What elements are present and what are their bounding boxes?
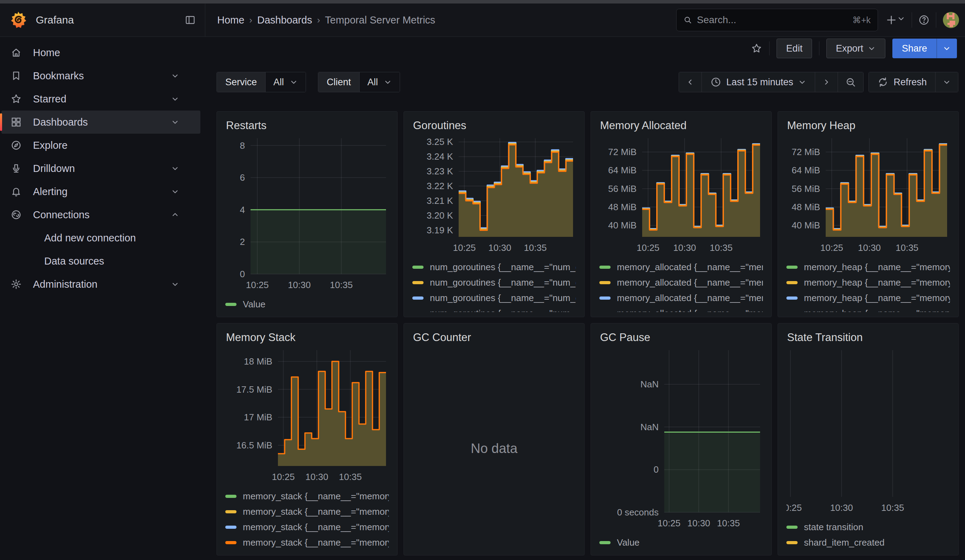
legend-item[interactable]: memory_stack {__name__="memory_s <box>225 504 389 519</box>
legend-swatch <box>225 541 237 544</box>
chart-gc-pause[interactable]: 0 seconds0NaNNaN10:2510:3010:35 <box>599 347 763 532</box>
sidebar-item-bookmarks[interactable]: Bookmarks <box>2 64 200 87</box>
export-button[interactable]: Export <box>826 39 885 58</box>
refresh-button[interactable]: Refresh <box>869 72 936 92</box>
time-controls: Last 15 minutes Refresh <box>679 72 958 92</box>
share-menu-button[interactable] <box>937 39 957 58</box>
legend-item[interactable]: memory_heap {__name__="memory_h <box>787 290 950 305</box>
legend-swatch <box>787 266 798 269</box>
legend-item[interactable]: memory_heap {__name__="memory_h <box>787 275 950 290</box>
panel-title[interactable]: Memory Stack <box>225 329 389 347</box>
breadcrumb-current: Temporal Server Metrics <box>325 15 435 26</box>
time-range-picker[interactable]: Last 15 minutes <box>702 72 816 92</box>
chevron-down-icon[interactable] <box>171 188 179 196</box>
chart-state-transition[interactable]: 10:2510:3010:35 <box>787 347 950 516</box>
legend-item[interactable]: memory_allocated {__name__="memo <box>599 275 763 290</box>
breadcrumb-home[interactable]: Home <box>217 15 244 26</box>
search-input[interactable]: Search... ⌘+k <box>676 9 878 31</box>
legend-swatch <box>787 526 798 529</box>
sidebar-item-label: Explore <box>33 140 191 151</box>
panel-title[interactable]: State Transition <box>787 329 950 347</box>
legend-item[interactable]: num_goroutines {__name__="num_go <box>412 305 576 312</box>
sidebar-item-label: Administration <box>33 279 171 290</box>
sidebar-item-drilldown[interactable]: Drilldown <box>2 157 200 180</box>
legend-swatch <box>225 526 237 529</box>
search-placeholder: Search... <box>697 15 847 26</box>
sidebar-item-label: Starred <box>33 93 171 105</box>
chevron-down-icon[interactable] <box>171 118 179 126</box>
legend-item[interactable]: memory_allocated {__name__="memo <box>599 290 763 305</box>
chevron-down-icon[interactable] <box>171 95 179 103</box>
sidebar-item-dashboards[interactable]: Dashboards <box>2 111 200 134</box>
legend-item[interactable]: Value <box>599 535 763 550</box>
legend-item[interactable]: num_goroutines {__name__="num_go <box>412 290 576 305</box>
legend-item[interactable]: memory_stack {__name__="memory_s <box>225 535 389 550</box>
panel-title[interactable]: Restarts <box>225 117 389 135</box>
time-forward-button[interactable] <box>815 72 838 92</box>
dock-menu-button[interactable] <box>185 15 196 26</box>
legend-item[interactable]: memory_allocated {__name__="memo <box>599 305 763 312</box>
user-avatar[interactable] <box>942 11 959 28</box>
service-filter-value[interactable]: All <box>266 72 306 92</box>
sidebar-item-starred[interactable]: Starred <box>2 87 200 111</box>
legend-item[interactable]: memory_allocated {__name__="memo <box>599 259 763 275</box>
breadcrumb-dashboards[interactable]: Dashboards <box>257 15 312 26</box>
favorite-star-button[interactable] <box>751 43 762 54</box>
sidebar-item-label: Drilldown <box>33 163 171 175</box>
edit-button[interactable]: Edit <box>777 39 812 58</box>
help-button[interactable] <box>918 15 929 26</box>
legend-item[interactable]: num_goroutines {__name__="num_go <box>412 275 576 290</box>
sidebar-item-home[interactable]: Home <box>2 41 200 64</box>
sidebar-item-data-sources[interactable]: Data sources <box>2 250 200 273</box>
client-filter: Client All <box>318 72 400 92</box>
legend-label: memory_stack {__name__="memory_s <box>243 537 389 548</box>
chevron-down-icon[interactable] <box>171 72 179 80</box>
legend-item[interactable]: memory_stack {__name__="memory_s <box>225 488 389 504</box>
refresh-label: Refresh <box>893 77 927 88</box>
chart-gc-counter[interactable]: No data <box>412 347 576 550</box>
client-filter-value[interactable]: All <box>360 72 400 92</box>
panel-title[interactable]: GC Pause <box>599 329 763 347</box>
legend-item[interactable]: Value <box>225 297 389 312</box>
avatar <box>942 11 959 28</box>
share-button[interactable]: Share <box>892 39 937 58</box>
nav-main-section: Home › Dashboards › Temporal Server Metr… <box>205 3 965 36</box>
sidebar-item-alerting[interactable]: Alerting <box>2 180 200 203</box>
panel-memory-heap: Memory Heap72 MiB64 MiB56 MiB48 MiB40 Mi… <box>778 111 959 317</box>
svg-text:10:35: 10:35 <box>881 503 904 513</box>
refresh-interval-button[interactable] <box>936 72 958 92</box>
sidebar-item-administration[interactable]: Administration <box>2 273 200 296</box>
legend-item[interactable]: memory_heap {__name__="memory_h <box>787 305 950 312</box>
svg-text:10:30: 10:30 <box>288 280 311 290</box>
sidebar-item-explore[interactable]: Explore <box>2 134 200 157</box>
svg-text:10:35: 10:35 <box>339 472 362 482</box>
chart-memory-stack[interactable]: 18 MiB17.5 MiB17 MiB16.5 MiB10:2510:3010… <box>225 347 389 486</box>
chart-memory-heap[interactable]: 72 MiB64 MiB56 MiB48 MiB40 MiB10:2510:30… <box>787 135 950 256</box>
chart-goroutines[interactable]: 3.25 K3.24 K3.23 K3.22 K3.21 K3.20 K3.19… <box>412 135 576 256</box>
zoom-out-button[interactable] <box>838 72 863 92</box>
legend-item[interactable]: num_goroutines {__name__="num_go <box>412 259 576 275</box>
panel-title[interactable]: Memory Heap <box>787 117 950 135</box>
search-icon <box>684 16 692 24</box>
chevron-down-icon[interactable] <box>171 280 179 289</box>
svg-text:10:30: 10:30 <box>858 242 881 253</box>
svg-text:10:25: 10:25 <box>246 280 269 290</box>
new-button[interactable] <box>886 15 905 26</box>
chevron-up-icon[interactable] <box>171 211 179 219</box>
panel-memory-allocated: Memory Allocated72 MiB64 MiB56 MiB48 MiB… <box>590 111 772 317</box>
panel-title[interactable]: Goroutines <box>412 117 576 135</box>
chart-restarts[interactable]: 0246810:2510:3010:35 <box>225 135 389 294</box>
legend-item[interactable]: memory_heap {__name__="memory_h <box>787 259 950 275</box>
legend-item[interactable]: memory_stack {__name__="memory_s <box>225 519 389 535</box>
chart-memory-allocated[interactable]: 72 MiB64 MiB56 MiB48 MiB40 MiB10:2510:30… <box>599 135 763 256</box>
chevron-down-icon <box>290 78 298 87</box>
sidebar-item-connections[interactable]: Connections <box>2 203 200 226</box>
svg-text:10:25: 10:25 <box>272 472 295 482</box>
chevron-down-icon[interactable] <box>171 164 179 173</box>
legend-item[interactable]: shard_item_created <box>787 535 950 550</box>
panel-title[interactable]: Memory Allocated <box>599 117 763 135</box>
legend-item[interactable]: state transition <box>787 519 950 535</box>
time-back-button[interactable] <box>679 72 702 92</box>
panel-title[interactable]: GC Counter <box>412 329 576 347</box>
sidebar-item-add-new-connection[interactable]: Add new connection <box>2 226 200 250</box>
